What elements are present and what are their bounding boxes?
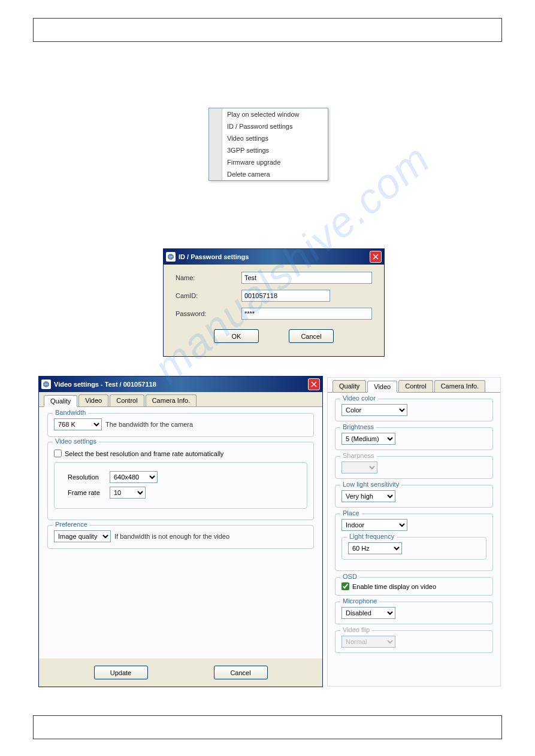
tab-video[interactable]: Video	[78, 394, 108, 406]
osd-checkbox[interactable]	[341, 582, 349, 590]
tab-strip: Quality Video Control Camera Info.	[328, 378, 500, 393]
preference-group: Preference Image quality If bandwidth is…	[47, 525, 314, 549]
cancel-button[interactable]: Cancel	[289, 329, 334, 343]
resolution-select[interactable]: 640x480	[110, 471, 158, 483]
place-select[interactable]: Indoor	[341, 519, 407, 531]
video-settings-dialog: Video settings - Test / 001057118 Qualit…	[38, 376, 323, 687]
video-flip-legend: Video flip	[340, 626, 372, 633]
camid-label: CamID:	[176, 292, 241, 299]
dialog-title: ID / Password settings	[179, 253, 370, 260]
video-settings-legend: Video settings	[53, 438, 99, 445]
close-icon	[373, 254, 379, 260]
tab-control[interactable]: Control	[110, 394, 144, 406]
context-menu: Play on selected window ID / Password se…	[208, 108, 328, 181]
microphone-legend: Microphone	[340, 597, 379, 605]
close-icon	[311, 381, 317, 387]
video-color-select[interactable]: Color	[341, 404, 407, 416]
tab-video[interactable]: Video	[367, 381, 397, 393]
tab-quality[interactable]: Quality	[333, 380, 366, 392]
video-tab-panel: Quality Video Control Camera Info. Video…	[327, 377, 501, 687]
auto-resolution-label: Select the best resolution and frame rat…	[65, 450, 223, 457]
framerate-select[interactable]: 10	[110, 487, 146, 499]
place-group: Place Indoor Light frequency 60 Hz	[335, 514, 493, 571]
id-password-dialog: ID / Password settings Name: CamID: Pass…	[163, 248, 385, 357]
tab-strip: Quality Video Control Camera Info.	[39, 392, 322, 407]
preference-select[interactable]: Image quality	[54, 530, 111, 542]
osd-group: OSD Enable time display on video	[335, 577, 493, 596]
page-footer-border	[33, 715, 502, 739]
light-frequency-group: Light frequency 60 Hz	[341, 537, 486, 560]
tab-quality[interactable]: Quality	[44, 395, 77, 407]
menu-item-firmware[interactable]: Firmware upgrade	[209, 156, 328, 168]
password-label: Password:	[176, 310, 241, 317]
bandwidth-select[interactable]: 768 K	[54, 418, 102, 430]
low-light-group: Low light sensitivity Very high	[335, 485, 493, 508]
low-light-legend: Low light sensitivity	[340, 481, 401, 488]
menu-item-3gpp[interactable]: 3GPP settings	[209, 144, 328, 156]
video-color-group: Video color Color	[335, 399, 493, 421]
video-flip-select: Normal	[341, 636, 395, 648]
resolution-framerate-group: Resolution 640x480 Frame rate 10	[54, 462, 307, 509]
auto-resolution-checkbox[interactable]	[54, 450, 62, 457]
app-icon	[166, 252, 176, 262]
light-frequency-select[interactable]: 60 Hz	[348, 542, 402, 554]
brightness-select[interactable]: 5 (Medium)	[341, 433, 395, 445]
sharpness-group: Sharpness	[335, 456, 493, 479]
video-color-legend: Video color	[340, 394, 378, 402]
titlebar[interactable]: ID / Password settings	[164, 249, 384, 265]
sharpness-legend: Sharpness	[340, 452, 377, 459]
close-button[interactable]	[370, 251, 382, 263]
menu-item-play-selected[interactable]: Play on selected window	[209, 108, 328, 120]
cancel-button[interactable]: Cancel	[214, 666, 268, 679]
osd-legend: OSD	[340, 573, 359, 580]
bandwidth-legend: Bandwidth	[53, 409, 88, 416]
framerate-label: Frame rate	[68, 489, 110, 496]
page-header-border	[33, 18, 502, 42]
place-legend: Place	[340, 509, 362, 517]
update-button[interactable]: Update	[94, 666, 148, 679]
name-input[interactable]	[241, 272, 372, 284]
app-icon	[41, 379, 51, 389]
bandwidth-group: Bandwidth 768 K The bandwidth for the ca…	[47, 413, 314, 437]
preference-note: If bandwidth is not enough for the video	[114, 533, 229, 540]
preference-legend: Preference	[53, 521, 90, 528]
sharpness-select	[341, 462, 377, 473]
name-label: Name:	[176, 274, 241, 281]
brightness-group: Brightness 5 (Medium)	[335, 427, 493, 450]
video-settings-group: Video settings Select the best resolutio…	[47, 442, 314, 520]
light-frequency-legend: Light frequency	[347, 533, 397, 540]
osd-checkbox-label: Enable time display on video	[352, 583, 436, 590]
titlebar[interactable]: Video settings - Test / 001057118	[39, 377, 322, 392]
close-button[interactable]	[308, 378, 320, 390]
menu-item-video-settings[interactable]: Video settings	[209, 132, 328, 144]
microphone-select[interactable]: Disabled	[341, 607, 395, 619]
menu-item-delete-camera[interactable]: Delete camera	[209, 168, 328, 180]
tab-camera-info[interactable]: Camera Info.	[146, 394, 197, 406]
ok-button[interactable]: OK	[214, 329, 259, 343]
low-light-select[interactable]: Very high	[341, 490, 395, 502]
microphone-group: Microphone Disabled	[335, 602, 493, 624]
menu-item-id-password[interactable]: ID / Password settings	[209, 120, 328, 132]
tab-camera-info[interactable]: Camera Info.	[434, 380, 486, 392]
camid-input[interactable]	[241, 290, 330, 302]
brightness-legend: Brightness	[340, 423, 376, 430]
tab-control[interactable]: Control	[398, 380, 433, 392]
password-input[interactable]	[241, 308, 372, 320]
resolution-label: Resolution	[68, 473, 110, 481]
video-flip-group: Video flip Normal	[335, 630, 493, 653]
dialog-title: Video settings - Test / 001057118	[54, 381, 308, 388]
bandwidth-note: The bandwidth for the camera	[105, 421, 193, 428]
